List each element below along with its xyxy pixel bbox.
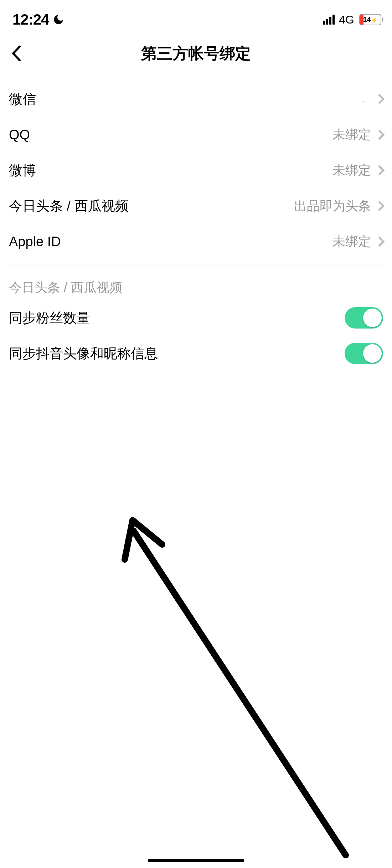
- row-sync-profile: 同步抖音头像和昵称信息: [0, 336, 392, 371]
- row-label: Apple ID: [9, 234, 61, 249]
- row-label: 同步粉丝数量: [9, 309, 90, 327]
- row-value: 出品即为头条: [294, 197, 371, 215]
- chevron-left-icon: [11, 45, 21, 62]
- status-left: 12:24: [12, 11, 65, 28]
- status-time: 12:24: [12, 11, 49, 28]
- svg-line-0: [134, 531, 346, 855]
- chevron-right-icon: [375, 130, 385, 140]
- row-apple-id[interactable]: Apple ID 未绑定: [0, 224, 392, 259]
- home-indicator[interactable]: [148, 859, 244, 862]
- row-label: 今日头条 / 西瓜视频: [9, 197, 129, 215]
- row-label: QQ: [9, 127, 30, 143]
- row-toutiao[interactable]: 今日头条 / 西瓜视频 出品即为头条: [0, 188, 392, 224]
- toggle-sync-fans[interactable]: [345, 307, 383, 329]
- toggle-sync-profile[interactable]: [345, 343, 383, 364]
- battery-text: 14⚡: [363, 16, 377, 24]
- page-title: 第三方帐号绑定: [141, 43, 251, 64]
- row-qq[interactable]: QQ 未绑定: [0, 117, 392, 153]
- status-bar: 12:24 4G 14⚡: [0, 0, 392, 32]
- network-type: 4G: [339, 13, 354, 26]
- row-weibo[interactable]: 微博 未绑定: [0, 153, 392, 188]
- row-sync-fans: 同步粉丝数量: [0, 300, 392, 336]
- moon-icon: [52, 14, 65, 26]
- chevron-right-icon: [375, 237, 385, 247]
- chevron-right-icon: [375, 165, 385, 175]
- row-label: 同步抖音头像和昵称信息: [9, 345, 158, 363]
- row-label: 微信: [9, 90, 36, 108]
- nav-header: 第三方帐号绑定: [0, 32, 392, 75]
- row-wechat[interactable]: 微信 。: [0, 81, 392, 117]
- row-value: 未绑定: [332, 162, 371, 179]
- status-right: 4G 14⚡: [323, 13, 381, 26]
- row-value: 未绑定: [332, 233, 371, 250]
- chevron-right-icon: [375, 94, 385, 104]
- battery-icon: 14⚡: [359, 14, 381, 25]
- row-label: 微博: [9, 161, 36, 180]
- row-value: 未绑定: [332, 126, 371, 144]
- back-button[interactable]: [7, 45, 25, 62]
- row-value: 。: [361, 94, 369, 104]
- section-title: 今日头条 / 西瓜视频: [0, 265, 392, 300]
- chevron-right-icon: [375, 201, 385, 211]
- signal-icon: [323, 15, 335, 25]
